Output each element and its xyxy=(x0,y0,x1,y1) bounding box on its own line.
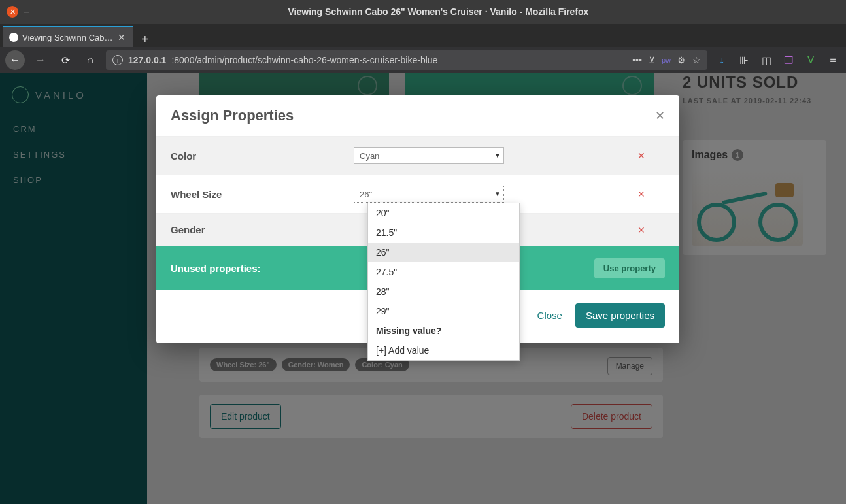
pocket-icon[interactable]: ⊻ xyxy=(649,55,655,65)
remove-property-wheel-size[interactable]: ✕ xyxy=(637,189,645,199)
chevron-down-icon: ▼ xyxy=(494,190,501,197)
window-close-button[interactable]: ✕ xyxy=(7,6,18,18)
forward-button[interactable]: → xyxy=(31,51,50,69)
tab-favicon xyxy=(9,33,18,42)
bookmark-star-icon[interactable]: ☆ xyxy=(692,55,701,65)
url-host: 127.0.0.1 xyxy=(128,55,166,65)
extension-icon[interactable]: pw xyxy=(662,56,671,64)
dropdown-add-value[interactable]: [+] Add value xyxy=(368,341,519,360)
site-info-icon[interactable]: i xyxy=(112,55,123,65)
browser-tab[interactable]: Viewing Schwinn Cabo 26 ✕ xyxy=(3,26,133,47)
browser-toolbar: ← → ⟳ ⌂ i 127.0.0.1:8000/admin/product/s… xyxy=(0,47,846,73)
property-row-color: Color Cyan ▼ ✕ xyxy=(156,137,679,175)
modal-close-icon[interactable]: ✕ xyxy=(655,109,665,123)
dropdown-option-20[interactable]: 20" xyxy=(368,203,519,223)
url-path: :8000/admin/product/schwinn-cabo-26-wome… xyxy=(171,55,437,65)
new-tab-button[interactable]: + xyxy=(133,32,157,47)
download-icon[interactable]: ↓ xyxy=(714,54,730,66)
use-property-button[interactable]: Use property xyxy=(594,258,665,278)
reload-button[interactable]: ⟳ xyxy=(56,51,75,69)
sidebar-toggle-icon[interactable]: ◫ xyxy=(758,54,774,67)
property-label-gender: Gender xyxy=(171,224,354,235)
back-button[interactable]: ← xyxy=(5,50,25,70)
dropdown-option-21-5[interactable]: 21.5" xyxy=(368,223,519,243)
viewport: VANILO CRM SETTINGS SHOP 2 UNITS SOLD LA… xyxy=(0,73,846,504)
vue-devtools-icon[interactable]: V xyxy=(803,54,819,66)
dropdown-option-28[interactable]: 28" xyxy=(368,282,519,301)
address-bar[interactable]: i 127.0.0.1:8000/admin/product/schwinn-c… xyxy=(106,50,707,70)
window-minimize-button[interactable]: – xyxy=(24,6,29,18)
tab-title: Viewing Schwinn Cabo 26 xyxy=(22,33,114,42)
dropdown-missing-value-label: Missing value? xyxy=(368,321,519,341)
tab-close-icon[interactable]: ✕ xyxy=(118,32,126,42)
home-button[interactable]: ⌂ xyxy=(81,51,99,69)
window-title: Viewing Schwinn Cabo 26" Women's Cruiser… xyxy=(37,7,839,17)
modal-title: Assign Properties xyxy=(171,107,294,124)
chevron-down-icon: ▼ xyxy=(494,152,501,159)
property-value-wheel-size: 26" xyxy=(360,190,372,199)
bug-icon[interactable]: ⚙ xyxy=(677,55,686,65)
save-properties-button[interactable]: Save properties xyxy=(575,303,665,328)
property-select-color[interactable]: Cyan ▼ xyxy=(354,147,504,164)
unused-properties-label: Unused properties: xyxy=(171,263,261,274)
remove-property-color[interactable]: ✕ xyxy=(637,150,645,161)
library-icon[interactable]: ⊪ xyxy=(736,54,752,67)
dropdown-option-26[interactable]: 26" xyxy=(368,243,519,262)
menu-icon[interactable]: ≡ xyxy=(825,54,841,66)
property-label-wheel-size: Wheel Size xyxy=(171,189,354,200)
property-value-color: Cyan xyxy=(360,151,379,161)
remove-property-gender[interactable]: ✕ xyxy=(637,225,645,235)
ellipsis-icon[interactable]: ••• xyxy=(632,55,642,65)
property-select-wheel-size[interactable]: 26" ▼ xyxy=(354,186,504,203)
dropdown-option-29[interactable]: 29" xyxy=(368,301,519,321)
browser-tabstrip: Viewing Schwinn Cabo 26 ✕ + xyxy=(0,24,846,47)
property-label-color: Color xyxy=(171,150,354,161)
modal-header: Assign Properties ✕ xyxy=(156,95,679,137)
os-titlebar: ✕ – Viewing Schwinn Cabo 26" Women's Cru… xyxy=(0,0,846,24)
wheel-size-dropdown: 20" 21.5" 26" 27.5" 28" 29" Missing valu… xyxy=(367,203,520,361)
modal-close-button[interactable]: Close xyxy=(537,310,562,321)
containers-icon[interactable]: ❐ xyxy=(781,54,796,67)
dropdown-option-27-5[interactable]: 27.5" xyxy=(368,262,519,282)
